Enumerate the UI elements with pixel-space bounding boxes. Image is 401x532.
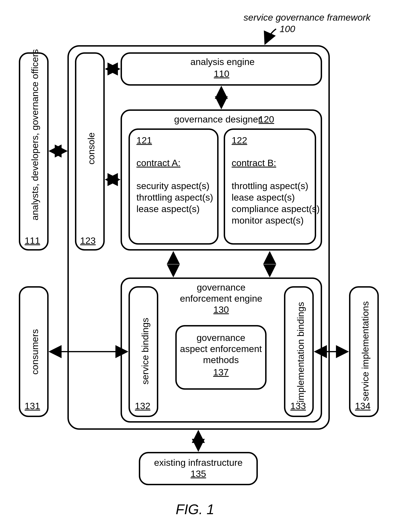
consumers-ref: 131 (25, 400, 40, 411)
contract-b-aspect-3: monitor aspect(s) (232, 215, 304, 226)
contract-a-title: contract A: (136, 157, 181, 168)
contract-b-title: contract B: (232, 157, 276, 168)
contract-a-ref: 121 (136, 135, 152, 146)
contract-b-aspect-2: compliance aspect(s) (232, 203, 320, 214)
service-bindings-ref: 132 (135, 400, 150, 411)
methods-ref: 137 (175, 367, 266, 378)
console-ref: 123 (80, 235, 96, 246)
infra-label: existing infrastructure (139, 457, 258, 468)
contract-b-aspect-0: throttling aspect(s) (232, 180, 308, 191)
methods-label1: governance (175, 332, 266, 343)
service-impl-ref: 134 (355, 400, 370, 411)
designer-label: governance designer (174, 114, 261, 125)
contract-a-aspect-2: lease aspect(s) (136, 203, 200, 214)
enforcement-label1: governance (174, 282, 268, 293)
contract-b-aspect-1: lease aspect(s) (232, 192, 295, 203)
impl-bindings-ref: 133 (290, 400, 306, 411)
contract-a-aspect-0: security aspect(s) (136, 180, 209, 191)
analysts-label: analysts, developers, governance officer… (29, 49, 40, 220)
methods-label3: methods (175, 355, 266, 365)
analysis-engine-label: analysis engine (190, 56, 252, 67)
enforcement-label2: enforcement engine (174, 293, 268, 304)
consumers-label: consumers (29, 329, 40, 375)
impl-bindings-label: implementation bindings (295, 302, 306, 402)
title-text: service governance framework (244, 12, 370, 23)
infra-ref: 135 (139, 468, 258, 479)
analysis-engine-ref: 110 (214, 68, 229, 79)
enforcement-ref: 130 (174, 304, 268, 315)
service-bindings-label: service bindings (140, 318, 150, 385)
designer-ref: 120 (259, 114, 274, 125)
console-label: console (86, 133, 97, 165)
analysts-ref: 111 (25, 235, 40, 246)
title-ref: 100 (280, 23, 295, 34)
contract-a-aspect-1: throttling aspect(s) (136, 192, 213, 203)
methods-label2: aspect enforcement (175, 343, 266, 354)
contract-b-ref: 122 (232, 135, 247, 146)
diagram-page: service governance framework 100 console… (0, 0, 401, 532)
service-impl-label: service implementations (360, 301, 371, 401)
figure-caption: FIG. 1 (176, 501, 214, 517)
